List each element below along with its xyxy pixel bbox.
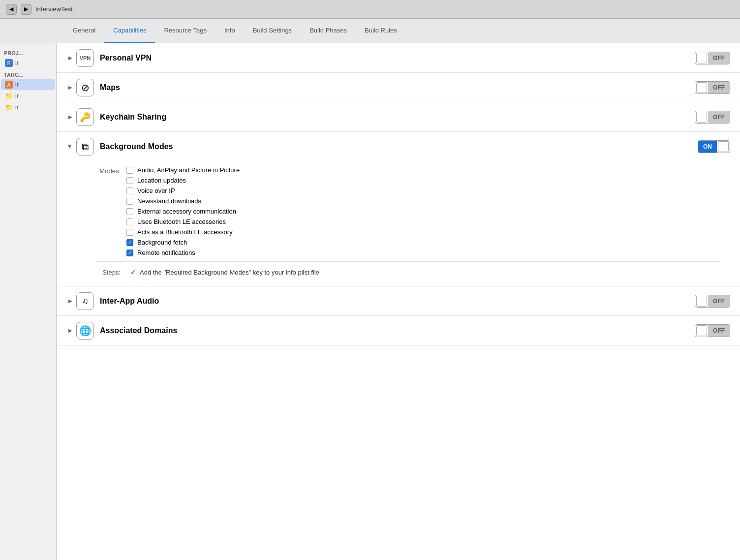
checkbox-external-accessory[interactable]: [126, 208, 133, 215]
step-check-icon: ✓: [130, 269, 136, 276]
mode-bg-fetch-label: Background fetch: [137, 239, 187, 246]
keychain-toggle-label: OFF: [708, 111, 730, 123]
steps-label: Steps:: [86, 269, 121, 276]
maps-name: Maps: [100, 83, 695, 92]
vpn-toggle-label: OFF: [708, 52, 730, 64]
checkbox-bluetooth-uses[interactable]: [126, 218, 133, 225]
sidebar-targ-item3: ir: [15, 104, 19, 111]
sidebar-targ-item2: ir: [15, 93, 19, 99]
mode-location: Location updates: [126, 177, 240, 184]
toolbar: ◀ ▶ InterviewTest: [0, 0, 740, 19]
checkbox-bluetooth-acts[interactable]: [126, 229, 133, 236]
mode-voip: Voice over IP: [126, 187, 240, 194]
sidebar-item-targ3[interactable]: 📁 ir: [1, 102, 55, 113]
tab-capabilities[interactable]: Capabilities: [104, 19, 155, 43]
sidebar-proj-label: PROJ...: [0, 47, 56, 57]
maps-toggle-label: OFF: [708, 82, 730, 93]
mode-bluetooth-uses-label: Uses Bluetooth LE accessories: [137, 218, 226, 225]
capability-associated-domains: ▶ 🌐 Associated Domains OFF: [57, 316, 740, 345]
back-button[interactable]: ◀: [6, 4, 17, 15]
folder-icon: 📁: [5, 92, 13, 100]
tab-general[interactable]: General: [64, 19, 104, 43]
keychain-icon: 🔑: [76, 108, 94, 126]
vpn-toggle[interactable]: OFF: [695, 52, 730, 64]
mode-remote-notifications-label: Remote notifications: [137, 249, 195, 256]
associated-domains-toggle[interactable]: OFF: [695, 324, 730, 337]
tab-build-settings[interactable]: Build Settings: [244, 19, 301, 43]
vpn-icon: VPN: [76, 49, 94, 67]
inter-app-audio-toggle[interactable]: OFF: [695, 295, 730, 308]
tab-build-phases[interactable]: Build Phases: [301, 19, 356, 43]
mode-bluetooth-acts: Acts as a Bluetooth LE accessory: [126, 228, 240, 236]
bgmodes-toggle-thumb: [718, 141, 729, 152]
keychain-toggle-thumb: [696, 112, 707, 123]
bgmodes-name: Background Modes: [100, 142, 698, 151]
bgmodes-toggle-label: ON: [698, 141, 717, 153]
modes-row: Modes: Audio, AirPlay and Picture in Pic…: [86, 166, 730, 256]
bgmodes-toggle[interactable]: ON: [698, 140, 730, 153]
mode-bluetooth-acts-label: Acts as a Bluetooth LE accessory: [137, 228, 233, 236]
bgmodes-icon: ⧉: [76, 138, 94, 156]
tab-info[interactable]: Info: [216, 19, 244, 43]
main-layout: PROJ... P ir TARG... A ir 📁 ir 📁 ir ▶ VP…: [0, 43, 740, 560]
sidebar-proj-item: ir: [15, 60, 19, 66]
steps-divider: [96, 261, 720, 262]
background-modes-header: ▶ ⧉ Background Modes ON: [57, 132, 740, 161]
capability-inter-app-audio: ▶ ♫ Inter-App Audio OFF: [57, 286, 740, 316]
mode-newsstand: Newsstand downloads: [126, 197, 240, 205]
checkbox-voip[interactable]: [126, 187, 133, 194]
sidebar-targ-item: ir: [15, 81, 19, 88]
vpn-name: Personal VPN: [100, 54, 695, 62]
associated-domains-icon: 🌐: [76, 322, 94, 340]
forward-button[interactable]: ▶: [21, 4, 31, 15]
inter-app-audio-icon: ♫: [76, 292, 94, 310]
associated-domains-toggle-thumb: [696, 325, 707, 336]
sidebar-item-targ-selected[interactable]: A ir: [1, 79, 55, 90]
expand-arrow-audio[interactable]: ▶: [66, 297, 74, 305]
inter-app-audio-name: Inter-App Audio: [100, 297, 695, 306]
keychain-toggle[interactable]: OFF: [695, 111, 730, 124]
modes-label: Modes:: [86, 166, 121, 175]
keychain-name: Keychain Sharing: [100, 113, 695, 122]
mode-audio: Audio, AirPlay and Picture in Picture: [126, 166, 240, 174]
steps-row: Steps: ✓ Add the "Required Background Mo…: [86, 269, 730, 276]
expand-arrow-keychain[interactable]: ▶: [66, 113, 74, 121]
maps-toggle[interactable]: OFF: [695, 81, 730, 94]
step-text: Add the "Required Background Modes" key …: [140, 269, 319, 276]
expand-arrow-vpn[interactable]: ▶: [66, 54, 74, 62]
mode-external-accessory: External accessory communication: [126, 208, 240, 215]
checkbox-audio[interactable]: [126, 167, 133, 174]
inter-app-audio-toggle-thumb: [696, 296, 707, 307]
tab-build-rules[interactable]: Build Rules: [356, 19, 406, 43]
expand-arrow-maps[interactable]: ▶: [66, 84, 74, 92]
inter-app-audio-toggle-label: OFF: [708, 295, 730, 307]
capability-personal-vpn: ▶ VPN Personal VPN OFF: [57, 43, 740, 73]
checkbox-location[interactable]: [126, 177, 133, 184]
checkbox-bg-fetch[interactable]: ✓: [126, 239, 133, 246]
background-modes-body: Modes: Audio, AirPlay and Picture in Pic…: [57, 161, 740, 286]
sidebar-item-targ2[interactable]: 📁 ir: [1, 91, 55, 101]
mode-external-accessory-label: External accessory communication: [137, 208, 236, 215]
sidebar-item-proj[interactable]: P ir: [1, 58, 55, 68]
expand-arrow-bgmodes[interactable]: ▶: [66, 143, 74, 151]
capability-keychain: ▶ 🔑 Keychain Sharing OFF: [57, 102, 740, 132]
expand-arrow-domains[interactable]: ▶: [66, 327, 74, 335]
checkbox-newsstand[interactable]: [126, 198, 133, 205]
checkbox-remote-notifications[interactable]: ✓: [126, 249, 133, 256]
mode-bg-fetch: ✓ Background fetch: [126, 239, 240, 246]
mode-bluetooth-uses: Uses Bluetooth LE accessories: [126, 218, 240, 225]
tab-bar: General Capabilities Resource Tags Info …: [0, 19, 740, 43]
associated-domains-name: Associated Domains: [100, 326, 695, 335]
targ-icon: A: [5, 81, 13, 89]
vpn-toggle-thumb: [696, 53, 707, 63]
capability-background-modes: ▶ ⧉ Background Modes ON Modes: Audio, Ai…: [57, 132, 740, 286]
capability-maps: ▶ ⊘ Maps OFF: [57, 73, 740, 102]
maps-icon: ⊘: [76, 79, 94, 96]
mode-location-label: Location updates: [137, 177, 186, 184]
tab-resource-tags[interactable]: Resource Tags: [155, 19, 215, 43]
mode-voip-label: Voice over IP: [137, 187, 175, 194]
content-area: ▶ VPN Personal VPN OFF ▶ ⊘ Maps OFF ▶ 🔑 …: [57, 43, 740, 560]
maps-toggle-thumb: [696, 82, 707, 93]
sidebar-targ-label: TARG...: [0, 69, 56, 79]
folder-icon2: 📁: [5, 103, 13, 111]
